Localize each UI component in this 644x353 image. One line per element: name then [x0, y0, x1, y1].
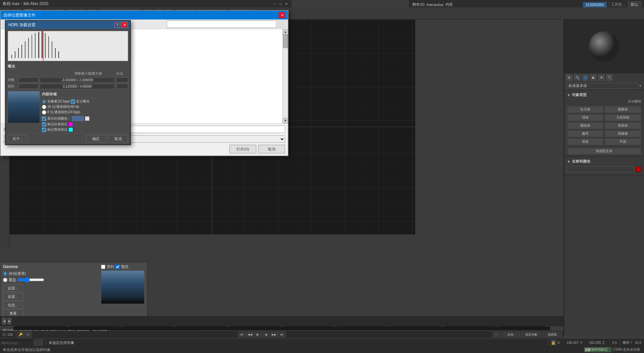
coord-lock-btn[interactable]: 🔒	[551, 340, 556, 345]
auto-grid-label: 自动栅格	[567, 98, 641, 104]
sf-path-input[interactable]: 2020\sceneassets\images	[167, 20, 276, 28]
content-menu[interactable]: 内容	[445, 2, 453, 7]
rp-utils-btn[interactable]: 🔨	[606, 74, 613, 81]
object-name-input[interactable]	[567, 166, 635, 172]
storage-radio-1[interactable]	[42, 99, 46, 104]
obj-text[interactable]: 加强型文本	[567, 147, 641, 155]
pb-to-start[interactable]: ⏮	[238, 332, 246, 338]
white-color-swatch[interactable]	[68, 122, 73, 127]
obj-geosphere[interactable]: 几何球体	[604, 114, 641, 121]
sf-scroll-down[interactable]: ▼	[283, 118, 288, 123]
gamma-slider[interactable]	[17, 277, 44, 282]
log-black-input[interactable]: -128.0	[18, 77, 39, 83]
define-exposure-cb[interactable]	[71, 99, 75, 104]
obj-plane[interactable]: 平面	[604, 138, 641, 145]
tl-prev-btn[interactable]: ◀	[2, 317, 6, 325]
obj-cone[interactable]: 圆锥体	[604, 106, 641, 113]
name-color-title: ▼ 名称和颜色	[567, 158, 641, 165]
status-sep-3	[620, 340, 620, 345]
obj-cylinder[interactable]: 圆柱体	[567, 122, 604, 129]
pb-next-frame[interactable]: ▶▶	[270, 332, 278, 338]
timeline-track[interactable]	[13, 316, 564, 326]
obj-box[interactable]: 长方体	[567, 106, 604, 113]
storage-opt-3: 8 位/通道线性(24 bpp)	[42, 110, 128, 115]
bt-select[interactable]: 选择器	[542, 332, 562, 338]
sf-scroll-track[interactable]	[283, 35, 288, 118]
obj-pyramid[interactable]: 四棱锥	[604, 130, 641, 137]
gamma-override-row: 覆盖	[3, 277, 97, 282]
info-btn[interactable]: 信息…	[3, 301, 23, 309]
hdri-help-btn[interactable]: ?	[114, 22, 120, 28]
show-ratio-cb[interactable]	[42, 117, 46, 121]
black-color-swatch[interactable]	[68, 127, 73, 132]
pb-play-back[interactable]: ◀	[262, 332, 270, 338]
right-panel-toolbar: ⊕ 🔧 👤 ▶ 👁 🔨	[564, 73, 644, 82]
hdri-content: 曝光 测量最小值/最大值 白点 对数 -128.0 -3.000000 / 2.…	[6, 29, 130, 144]
obj-tube[interactable]: 管状体	[604, 122, 641, 129]
mark-white-cb[interactable]	[42, 122, 46, 127]
obj-teapot[interactable]: 茶壶	[567, 138, 604, 145]
status-bar: MAXScript » 未选定任何对象 🔒 X: 138.407 Y: 183.…	[0, 339, 644, 346]
gamma-seq-row: 序列 预览	[101, 264, 145, 269]
pb-to-end[interactable]: ⏭	[278, 332, 286, 338]
ratio-btn[interactable]	[85, 116, 90, 121]
set-btn[interactable]: 设置…	[3, 293, 23, 300]
sf-scroll-thumb[interactable]	[283, 35, 288, 48]
sf-scrollbar[interactable]: ▲ ▼	[282, 29, 288, 123]
left-buttons: 设置… 设置… 信息… 查看	[3, 284, 97, 317]
sf-scroll-up[interactable]: ▲	[283, 29, 288, 35]
obj-torus[interactable]: 圆环	[567, 130, 604, 137]
bt-set-key[interactable]: 选定对象	[521, 332, 541, 338]
workspace-value[interactable]: 默认	[628, 1, 641, 8]
preview-cb[interactable]	[115, 265, 120, 269]
pb-play[interactable]: ▶	[254, 332, 262, 338]
sf-path-dropdown[interactable]: ▼	[278, 20, 286, 28]
minimize-btn[interactable]: ─	[272, 1, 277, 6]
obj-sphere[interactable]: 球体	[567, 114, 604, 121]
sf-open-btn[interactable]: 打开(O)	[229, 145, 256, 153]
hdri-close-btn[interactable]: ✕	[121, 22, 127, 28]
log-white-input[interactable]: 0.0	[116, 77, 128, 83]
linear-black-input[interactable]: 0.0	[18, 84, 39, 89]
rp-modify-btn[interactable]: 🔧	[574, 74, 581, 81]
hdri-cancel-btn[interactable]: 取消	[108, 135, 128, 142]
ratio-value-input[interactable]: 1.0	[72, 116, 84, 121]
bt-add-key[interactable]: +	[492, 332, 500, 338]
user-badge[interactable]: 213203391	[583, 2, 607, 7]
bt-auto-key[interactable]: 自动	[500, 332, 521, 338]
svg-rect-27	[21, 45, 22, 58]
tl-next-btn[interactable]: ▶	[7, 317, 12, 325]
rp-motion-btn[interactable]: ▶	[590, 74, 597, 81]
hdri-about-btn[interactable]: 关于…	[8, 135, 28, 142]
hdri-dialog: HDRI 加载设置 ? ✕	[5, 20, 131, 145]
rp-anim-btn[interactable]: 👤	[582, 74, 589, 81]
storage-radio-3[interactable]	[42, 110, 46, 115]
type-arrow: ▼	[639, 84, 642, 88]
script-menu[interactable]: 脚本(S)	[412, 2, 425, 7]
triangle-icon-2: ▼	[567, 160, 571, 164]
object-type-grid: 长方体 圆锥体 球体 几何球体 圆柱体 管状体 圆环 四棱锥 茶壶 平面	[567, 104, 641, 147]
bt-key-btn[interactable]: 🔑	[17, 332, 24, 338]
close-btn[interactable]: ✕	[284, 1, 289, 6]
gamma-override-radio[interactable]	[3, 278, 7, 282]
settings-btn[interactable]: 设置…	[3, 284, 23, 292]
gamma-auto-radio[interactable]	[3, 271, 7, 276]
linear-white-input[interactable]: 1.0	[116, 84, 128, 89]
timeline-area[interactable]: ◀ ▶	[0, 316, 564, 326]
sequence-cb[interactable]	[101, 265, 105, 269]
type-dropdown[interactable]: 标准基本体	[566, 83, 638, 89]
pb-prev-frame[interactable]: ◀◀	[246, 332, 254, 338]
maximize-btn[interactable]: □	[278, 1, 283, 6]
storage-radio-2[interactable]	[42, 105, 46, 109]
color-swatch[interactable]	[636, 167, 641, 172]
interactive-menu[interactable]: Interactive	[427, 3, 444, 7]
sf-cancel-btn[interactable]: 取消	[258, 145, 285, 153]
mark-black-cb[interactable]	[42, 128, 46, 132]
maxscript-expand[interactable]: »	[18, 341, 20, 345]
bt-auto-btn[interactable]: A	[25, 332, 32, 338]
hdri-ok-btn[interactable]: 确定	[86, 135, 106, 142]
select-file-close-btn[interactable]: ✕	[279, 12, 285, 18]
rp-hierarchy-btn[interactable]: ⊕	[566, 74, 573, 81]
rp-display-btn[interactable]: 👁	[598, 74, 605, 81]
select-file-title: 选择位图图像文件	[3, 12, 36, 18]
